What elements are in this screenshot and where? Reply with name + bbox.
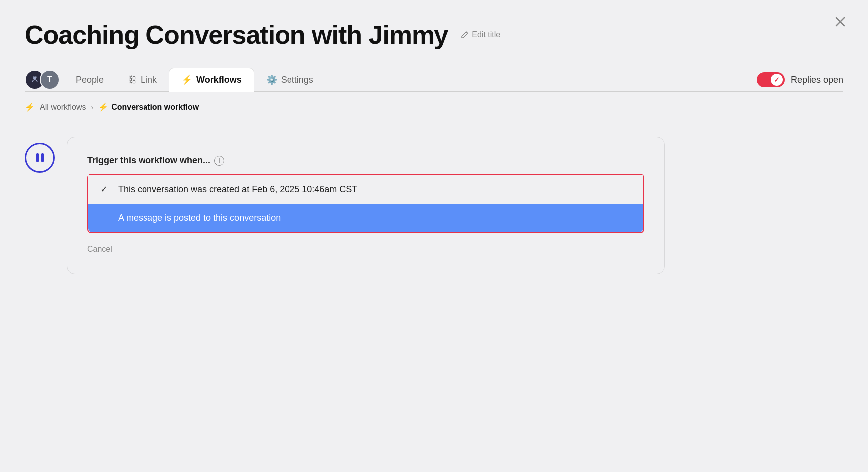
breadcrumb-divider (25, 117, 843, 117)
dropdown-item-message-posted[interactable]: A message is posted to this conversation (88, 204, 643, 232)
tab-avatars: T (25, 70, 60, 90)
tab-link-label: Link (141, 75, 157, 85)
main-content: Trigger this workflow when... i ✓ This c… (25, 132, 843, 274)
dropdown-item-created[interactable]: ✓ This conversation was created at Feb 6… (88, 175, 643, 204)
cancel-button[interactable]: Cancel (87, 243, 112, 256)
page-container: Coaching Conversation with Jimmy Edit ti… (0, 0, 868, 472)
replies-toggle[interactable]: ✓ (757, 72, 785, 87)
title-area: Coaching Conversation with Jimmy Edit ti… (25, 20, 843, 50)
checkmark-icon: ✓ (100, 184, 110, 195)
tab-people-label: People (76, 75, 104, 85)
check-icon: ✓ (774, 76, 780, 84)
replies-open-label: Replies open (791, 75, 843, 85)
tab-people[interactable]: People (64, 69, 116, 91)
trigger-label-row: Trigger this workflow when... i (87, 155, 644, 166)
avatar-secondary: T (40, 70, 60, 90)
page-title: Coaching Conversation with Jimmy (25, 20, 448, 50)
gear-icon: ⚙️ (266, 74, 277, 85)
lightning-icon: ⚡ (181, 74, 192, 85)
tab-workflows-label: Workflows (196, 75, 242, 85)
avatar-initial: T (47, 75, 52, 84)
dropdown-item-message-posted-text: A message is posted to this conversation (118, 213, 281, 223)
info-icon[interactable]: i (214, 156, 224, 166)
breadcrumb-current-label: Conversation workflow (111, 103, 199, 112)
tab-settings[interactable]: ⚙️ Settings (254, 68, 325, 91)
breadcrumb-current: ⚡ Conversation workflow (98, 102, 199, 112)
dropdown-trigger[interactable]: ✓ This conversation was created at Feb 6… (87, 174, 644, 233)
pause-button[interactable] (25, 143, 55, 173)
replies-toggle-area: ✓ Replies open (757, 72, 843, 87)
close-button[interactable] (832, 14, 848, 30)
link-icon: ⛓ (128, 75, 137, 85)
breadcrumb-all-workflows[interactable]: All workflows (40, 103, 86, 112)
tabs-row: T People ⛓ Link ⚡ Workflows ⚙️ Settings … (25, 68, 843, 92)
workflow-card: Trigger this workflow when... i ✓ This c… (67, 137, 665, 274)
tabs-divider (25, 91, 843, 92)
trigger-label-text: Trigger this workflow when... (87, 155, 210, 166)
dropdown-item-created-text: This conversation was created at Feb 6, … (118, 184, 357, 195)
toggle-thumb: ✓ (771, 74, 783, 86)
cancel-row: Cancel (87, 243, 644, 256)
breadcrumb-lightning-icon: ⚡ (25, 102, 35, 112)
pause-bar-left (36, 153, 39, 162)
pause-bar-right (41, 153, 44, 162)
edit-icon (461, 31, 469, 39)
dropdown-menu: ✓ This conversation was created at Feb 6… (88, 175, 643, 232)
edit-title-label: Edit title (472, 30, 500, 39)
pause-icon (36, 153, 44, 162)
breadcrumb-current-lightning-icon: ⚡ (98, 102, 108, 112)
breadcrumb-chevron-icon: › (91, 103, 93, 111)
cancel-label: Cancel (87, 245, 112, 253)
tab-link[interactable]: ⛓ Link (116, 69, 169, 91)
tab-workflows[interactable]: ⚡ Workflows (169, 68, 254, 92)
breadcrumb-all-workflows-label: All workflows (40, 103, 86, 112)
breadcrumb: ⚡ All workflows › ⚡ Conversation workflo… (25, 92, 843, 117)
tab-settings-label: Settings (281, 75, 313, 85)
edit-title-button[interactable]: Edit title (457, 28, 504, 41)
